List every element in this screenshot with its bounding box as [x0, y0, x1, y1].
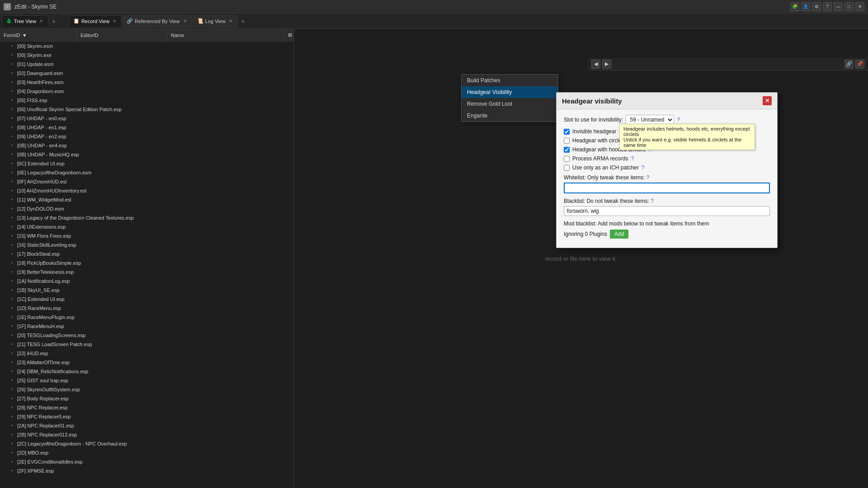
- tree-item[interactable]: + [09] UHDAP - en2.esp: [0, 132, 293, 141]
- slot-select[interactable]: 59 - Unnamed: [626, 115, 674, 125]
- tree-item[interactable]: + [10] AHZmoreHUDInventory.esl: [0, 186, 293, 195]
- tree-item[interactable]: + [2D] MBO.esp: [0, 448, 293, 457]
- ref-tab-close[interactable]: ✕: [182, 18, 188, 24]
- tree-item[interactable]: + [07] UHDAP - en0.esp: [0, 114, 293, 123]
- expand-header[interactable]: ⊞: [284, 29, 293, 41]
- whitelist-input[interactable]: [564, 183, 770, 193]
- tree-item[interactable]: + [21] TESG LoadScreen Patch.esp: [0, 340, 293, 349]
- sort-icon: ▼: [22, 33, 27, 38]
- circlets-checkbox[interactable]: [564, 138, 570, 144]
- blacklist-help-icon[interactable]: ?: [651, 198, 654, 204]
- tree-item-label: [0C] Extended UI.esp: [17, 161, 65, 166]
- patch-item-headgear[interactable]: Headgear Visibility: [462, 86, 558, 98]
- formid-header-label: FormID: [4, 33, 20, 38]
- tab-tree-view[interactable]: 🌲 Tree View ✕: [2, 15, 48, 27]
- tree-item[interactable]: + [00] Skyrim.exe: [0, 51, 293, 60]
- headgear-close-button[interactable]: ✕: [763, 96, 772, 105]
- add-button[interactable]: Add: [610, 230, 628, 239]
- tree-item[interactable]: + [0B] UHDAP - en4.esp: [0, 141, 293, 150]
- tree-item-label: [19] BetterTelekinesis.esp: [17, 269, 74, 275]
- tree-item[interactable]: + [2B] NPC Replacer012.esp: [0, 430, 293, 439]
- close-button[interactable]: ✕: [855, 2, 864, 11]
- tree-item[interactable]: + [0E] LegacyoftheDragonborn.esm: [0, 168, 293, 177]
- tree-item-label: [2C] LegacyoftheDragonborn - NPC Overhau…: [17, 441, 127, 446]
- tree-item[interactable]: + [17] BlockSteal.esp: [0, 249, 293, 258]
- record-tab-close[interactable]: ✕: [111, 18, 118, 24]
- tree-item[interactable]: + [08] UHDAP - en1.esp: [0, 123, 293, 132]
- person-icon[interactable]: 👤: [801, 2, 810, 11]
- tree-item[interactable]: + [18] PickUpBooksSimple.esp: [0, 258, 293, 267]
- titlebar: z zEdit - Skyrim SE 🧩 👤 ⚙ ? — □ ✕: [0, 0, 868, 14]
- tree-item[interactable]: + [0C] Extended UI.esp: [0, 159, 293, 168]
- tree-item[interactable]: + [23] AMatterOfTime.esp: [0, 358, 293, 367]
- log-tab-close[interactable]: ✕: [227, 18, 234, 24]
- nav-forward-button[interactable]: ▶: [602, 60, 611, 69]
- tree-item[interactable]: + [1D] RaceMenu.esp: [0, 304, 293, 313]
- tree-item[interactable]: + [00] Skyrim.esm: [0, 42, 293, 51]
- tree-item[interactable]: + [13] Legacy of the Dragonborn Cleaned …: [0, 213, 293, 222]
- tree-item[interactable]: + [24] DBM_RelicNotifications.esp: [0, 367, 293, 376]
- tree-item[interactable]: + [12] DynDOLOD.esm: [0, 204, 293, 213]
- tree-item[interactable]: + [0F] AHZmoreHUD.esl: [0, 177, 293, 186]
- tree-item-expand-icon: +: [9, 441, 15, 447]
- tree-item[interactable]: + [16] StaticSkillLeveling.esp: [0, 240, 293, 249]
- tree-item[interactable]: + [27] Body Replacer.esp: [0, 394, 293, 403]
- patch-item-build[interactable]: Build Patches: [462, 75, 558, 86]
- tree-item[interactable]: + [02] Dawnguard.esm: [0, 69, 293, 78]
- maximize-button[interactable]: □: [844, 2, 854, 11]
- settings-icon[interactable]: ⚙: [812, 2, 821, 11]
- tree-item[interactable]: + [01] Update.esm: [0, 60, 293, 69]
- checkbox-ich: Use only as an ICH patcher ?: [564, 164, 770, 171]
- tree-item-label: [22] iHUD.esp: [17, 351, 48, 356]
- tree-item[interactable]: + [29] NPC Replacer0.esp: [0, 412, 293, 421]
- tree-tab-add[interactable]: +: [49, 17, 58, 26]
- tree-item[interactable]: + [2F] XPMSE.esp: [0, 466, 293, 475]
- tree-item[interactable]: + [03] HearthFires.esm: [0, 78, 293, 87]
- blacklist-input[interactable]: [564, 206, 770, 216]
- arma-help-icon[interactable]: ?: [631, 155, 634, 162]
- tree-tab-label: Tree View: [14, 19, 36, 24]
- tree-item[interactable]: + [19] BetterTelekinesis.esp: [0, 267, 293, 277]
- tree-item[interactable]: + [28] NPC Replacer.esp: [0, 403, 293, 412]
- tree-item[interactable]: + [1E] RaceMenuPlugin.esp: [0, 313, 293, 322]
- tree-item[interactable]: + [04] Dragonborn.esm: [0, 87, 293, 96]
- tree-item[interactable]: + [1A] NotificationLog.esp: [0, 277, 293, 286]
- tree-item[interactable]: + [14] UIExtensions.esp: [0, 222, 293, 231]
- tree-item[interactable]: + [0B] UHDAP - MusicHQ.esp: [0, 150, 293, 159]
- hooded-checkbox[interactable]: [564, 147, 570, 153]
- tree-item[interactable]: + [1F] RaceMenuH.esp: [0, 322, 293, 331]
- tab-referenced-by-view[interactable]: 🔗 Referenced By View ✕: [123, 15, 192, 27]
- tree-item[interactable]: + [15] WM Flora Fixes.esp: [0, 231, 293, 240]
- tree-item[interactable]: + [26] SkyrimOutfitSystem.esp: [0, 385, 293, 394]
- patch-item-engarde[interactable]: Engarde: [462, 110, 558, 122]
- slot-help-icon[interactable]: ?: [677, 117, 680, 123]
- invisible-checkbox[interactable]: [564, 129, 570, 135]
- tree-item[interactable]: + [25] GIST soul trap.esp: [0, 376, 293, 385]
- patch-item-gold[interactable]: Remove Gold Loot: [462, 98, 558, 110]
- tab-log-view[interactable]: 📜 Log View ✕: [193, 15, 238, 27]
- tree-item[interactable]: + [20] TESGLoadingScreens.esp: [0, 331, 293, 340]
- tree-item[interactable]: + [11] WM_WidgetMod.esl: [0, 195, 293, 204]
- link-icon[interactable]: 🔗: [844, 60, 854, 69]
- whitelist-help-icon[interactable]: ?: [646, 174, 650, 181]
- tree-item-expand-icon: +: [9, 287, 15, 293]
- main-tab-add[interactable]: +: [239, 17, 248, 26]
- tree-tab-close[interactable]: ✕: [38, 18, 44, 24]
- tree-item[interactable]: + [1B] SkyUI_SE.esp: [0, 286, 293, 295]
- pin-icon[interactable]: 📌: [855, 60, 864, 69]
- tree-item[interactable]: + [22] iHUD.esp: [0, 349, 293, 358]
- tab-record-view[interactable]: 📋 Record View ✕: [69, 15, 122, 27]
- puzzle-icon[interactable]: 🧩: [790, 2, 799, 11]
- tree-item[interactable]: + [06] Unofficial Skyrim Special Edition…: [0, 105, 293, 114]
- ich-checkbox[interactable]: [564, 165, 570, 171]
- ich-help-icon[interactable]: ?: [642, 164, 645, 171]
- tree-item[interactable]: + [2E] EVGConditionalIdles.esp: [0, 457, 293, 466]
- tree-item[interactable]: + [05] FISS.esp: [0, 96, 293, 105]
- help-icon[interactable]: ?: [823, 2, 832, 11]
- minimize-button[interactable]: —: [834, 2, 843, 11]
- nav-back-button[interactable]: ◀: [591, 60, 600, 69]
- tree-item[interactable]: + [2C] LegacyoftheDragonborn - NPC Overh…: [0, 439, 293, 448]
- tree-item[interactable]: + [1C] Extended UI.esp: [0, 295, 293, 304]
- arma-checkbox[interactable]: [564, 156, 570, 162]
- tree-item[interactable]: + [2A] NPC Replacer01.esp: [0, 421, 293, 430]
